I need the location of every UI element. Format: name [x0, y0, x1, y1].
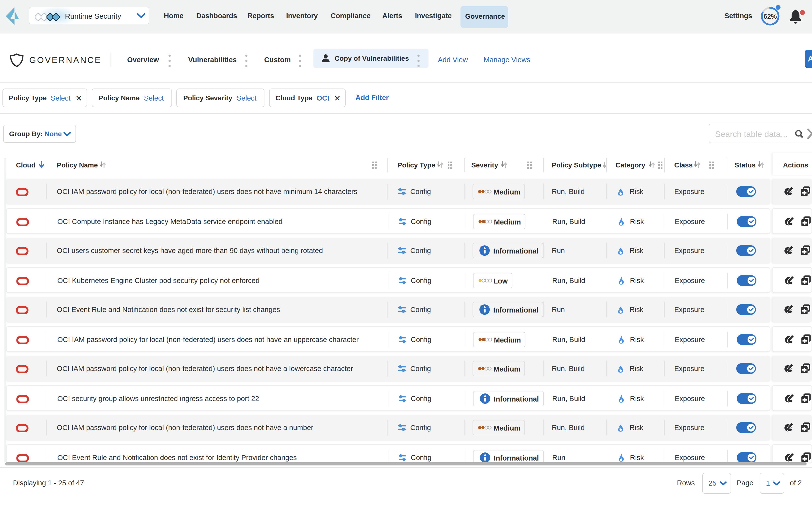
svg-text:62%: 62%	[764, 13, 777, 20]
